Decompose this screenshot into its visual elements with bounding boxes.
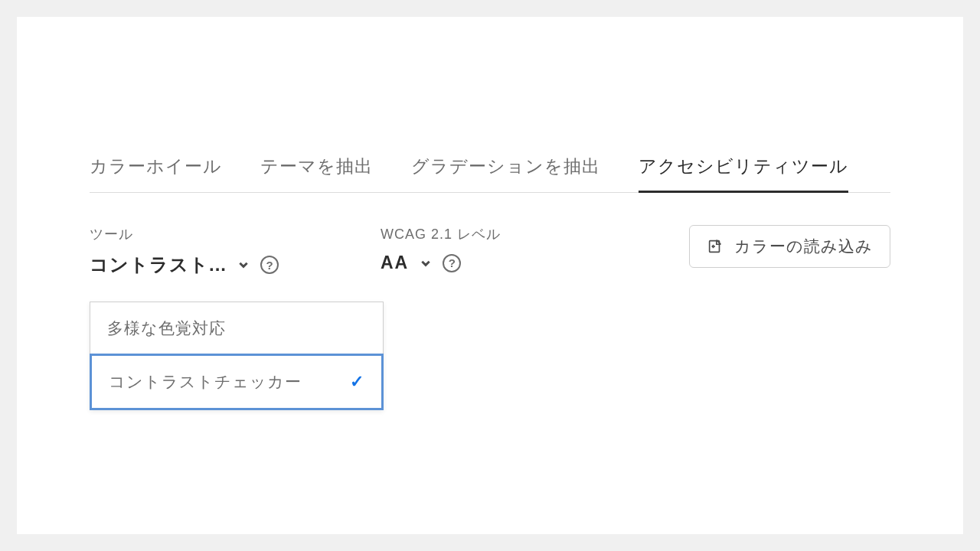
controls-row: ツール コントラスト... ? 多様な色覚対応 コントラストチェッカー ✓ WC… <box>90 225 890 277</box>
tab-accessibility-tools[interactable]: アクセシビリティツール <box>639 155 848 192</box>
option-label: コントラストチェッカー <box>109 371 302 393</box>
option-contrast-checker[interactable]: コントラストチェッカー ✓ <box>90 354 384 410</box>
tool-help-icon[interactable]: ? <box>260 256 279 274</box>
check-icon: ✓ <box>350 372 364 392</box>
wcag-label: WCAG 2.1 レベル <box>381 225 518 243</box>
wcag-select-value: AA <box>381 253 409 273</box>
tab-color-wheel[interactable]: カラーホイール <box>90 155 222 192</box>
option-color-blind-safe[interactable]: 多様な色覚対応 <box>90 302 383 354</box>
tab-bar: カラーホイール テーマを抽出 グラデーションを抽出 アクセシビリティツール <box>90 155 890 193</box>
tool-select[interactable]: コントラスト... ? <box>90 253 335 277</box>
chevron-down-icon <box>237 259 250 271</box>
tool-select-value: コントラスト... <box>90 253 227 277</box>
panel: カラーホイール テーマを抽出 グラデーションを抽出 アクセシビリティツール ツー… <box>17 17 963 534</box>
tool-dropdown: 多様な色覚対応 コントラストチェッカー ✓ <box>90 302 384 410</box>
import-icon <box>707 238 724 255</box>
tool-field: ツール コントラスト... ? 多様な色覚対応 コントラストチェッカー ✓ <box>90 225 335 277</box>
load-color-label: カラーの読み込み <box>734 236 873 257</box>
tab-extract-theme[interactable]: テーマを抽出 <box>260 155 373 192</box>
option-label: 多様な色覚対応 <box>107 318 226 339</box>
load-color-button[interactable]: カラーの読み込み <box>689 225 890 268</box>
wcag-select[interactable]: AA ? <box>381 253 518 273</box>
wcag-help-icon[interactable]: ? <box>443 254 461 272</box>
tab-extract-gradient[interactable]: グラデーションを抽出 <box>411 155 600 192</box>
tool-label: ツール <box>90 225 335 243</box>
chevron-down-icon <box>420 257 432 269</box>
wcag-field: WCAG 2.1 レベル AA ? <box>381 225 518 273</box>
